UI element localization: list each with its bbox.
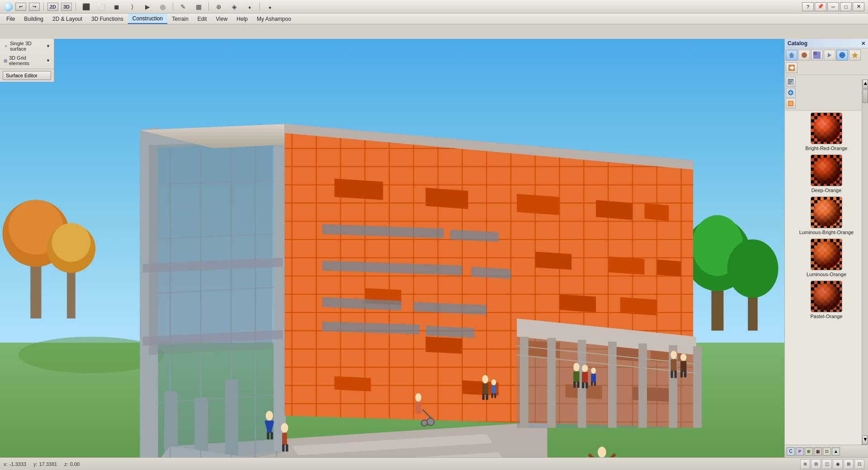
catalog-title: Catalog xyxy=(788,40,807,47)
toolbar-icon-12[interactable]: ⬥ xyxy=(264,1,276,13)
catalog-status-bar: C P ⊞ ▦ ⊡ ▲ xyxy=(785,445,868,457)
catalog-scrollbar[interactable]: ▲ ▼ xyxy=(862,80,868,445)
toolbar-icon-1[interactable]: ⬛ xyxy=(80,1,92,13)
svg-rect-105 xyxy=(415,402,421,414)
svg-marker-151 xyxy=(828,53,831,57)
maximize-button[interactable]: □ xyxy=(840,2,852,11)
catalog-filter-3[interactable] xyxy=(786,99,796,108)
menu-3d-functions[interactable]: 3D Functions xyxy=(87,14,128,24)
status-expand-icon[interactable]: ⊡ xyxy=(854,459,864,469)
svg-point-107 xyxy=(427,418,434,425)
toolbar-icon-10[interactable]: ◈ xyxy=(228,1,241,13)
y-value: 17.3381 xyxy=(39,461,57,467)
catalog-expand-button[interactable]: ▲ xyxy=(832,447,840,456)
svg-point-108 xyxy=(421,420,427,426)
svg-marker-62 xyxy=(657,259,681,277)
svg-rect-126 xyxy=(591,374,596,382)
toolbar-icon-6[interactable]: ◎ xyxy=(156,1,169,13)
svg-rect-136 xyxy=(684,371,686,377)
svg-point-109 xyxy=(482,375,488,384)
catalog-tb-house[interactable] xyxy=(786,50,797,61)
pin-button[interactable]: 📌 xyxy=(815,2,826,11)
catalog-tb-texture[interactable] xyxy=(811,50,823,61)
toolbar-icon-8[interactable]: ▦ xyxy=(192,1,205,13)
plus-icon: ＋ xyxy=(4,43,8,49)
catalog-close-icon[interactable]: ✕ xyxy=(861,41,865,47)
svg-rect-103 xyxy=(286,444,288,451)
catalog-tb-back-icon[interactable] xyxy=(786,62,797,73)
toolbar-icon-7[interactable]: ✎ xyxy=(177,1,189,13)
status-snap-icon[interactable]: ⊕ xyxy=(800,459,810,469)
scroll-up-button[interactable]: ▲ xyxy=(863,80,868,89)
menu-view[interactable]: View xyxy=(212,14,232,24)
menu-file[interactable]: File xyxy=(2,14,19,24)
window-controls: ? 📌 ─ □ ✕ xyxy=(802,2,864,11)
menu-terrain[interactable]: Terrain xyxy=(167,14,193,24)
single-3d-surface[interactable]: ＋ Single 3D surface ▼ xyxy=(0,39,54,53)
toolbar-icon-9[interactable]: ⊕ xyxy=(212,1,225,13)
svg-rect-118 xyxy=(573,371,579,382)
menu-edit[interactable]: Edit xyxy=(193,14,212,24)
status-layer-icon[interactable]: ◫ xyxy=(822,459,832,469)
toolbar-icon-2[interactable]: ⬜ xyxy=(95,1,108,13)
svg-marker-56 xyxy=(425,188,468,209)
close-button[interactable]: ✕ xyxy=(853,2,864,11)
toolbar-icon-5[interactable]: ▶ xyxy=(141,1,154,13)
catalog-status-icon-c[interactable]: C xyxy=(787,447,795,456)
catalog-tb-globe[interactable] xyxy=(836,50,848,61)
catalog-panel: Catalog ✕ xyxy=(784,39,868,457)
toolbar-icon-11[interactable]: ⬧ xyxy=(243,1,256,13)
svg-rect-99 xyxy=(271,432,273,439)
svg-point-171 xyxy=(813,115,840,142)
status-view-icon[interactable]: ◉ xyxy=(833,459,843,469)
scroll-down-button[interactable]: ▼ xyxy=(862,436,868,445)
scroll-thumb[interactable] xyxy=(863,89,868,103)
catalog-filter-1[interactable] xyxy=(786,77,796,87)
3d-mode-button[interactable]: 3D xyxy=(61,3,72,11)
menu-my-ashampoo[interactable]: My Ashampoo xyxy=(252,14,296,24)
catalog-status-icon-5[interactable]: ⊡ xyxy=(823,447,831,456)
catalog-item-4[interactable]: Pastel-Orange xyxy=(787,281,866,319)
toolbar-icon-4[interactable]: ⟩ xyxy=(126,1,138,13)
catalog-status-icon-p[interactable]: P xyxy=(796,447,804,456)
catalog-item-1[interactable]: Deep-Orange xyxy=(787,155,866,193)
dropdown-arrow-1: ▼ xyxy=(46,44,50,48)
help-button[interactable]: ? xyxy=(802,2,814,11)
catalog-tb-arrow-right[interactable] xyxy=(824,50,835,61)
svg-point-117 xyxy=(573,363,579,371)
status-grid-icon[interactable]: ⊞ xyxy=(811,459,821,469)
menu-help[interactable]: Help xyxy=(232,14,252,24)
svg-point-16 xyxy=(52,223,90,262)
catalog-item-2[interactable]: Luminous-Bright-Orange xyxy=(787,197,866,235)
menu-2d-layout[interactable]: 2D & Layout xyxy=(48,14,87,24)
menu-construction[interactable]: Construction xyxy=(128,14,167,24)
menu-building[interactable]: Building xyxy=(19,14,48,24)
svg-rect-115 xyxy=(491,393,493,398)
svg-marker-155 xyxy=(852,52,858,58)
undo-button[interactable]: ↩ xyxy=(15,3,26,11)
svg-rect-134 xyxy=(680,361,686,372)
catalog-filter-2[interactable] xyxy=(786,88,796,98)
status-measure-icon[interactable]: ⊠ xyxy=(844,459,854,469)
catalog-status-icon-grid[interactable]: ⊞ xyxy=(805,447,813,456)
svg-rect-124 xyxy=(585,382,588,388)
svg-point-148 xyxy=(802,52,807,58)
minimize-button[interactable]: ─ xyxy=(827,2,839,11)
svg-rect-101 xyxy=(282,433,287,445)
toolbar-icon-3[interactable]: ◼ xyxy=(110,1,123,13)
svg-rect-123 xyxy=(582,382,584,388)
catalog-status-icon-4[interactable]: ▦ xyxy=(814,447,822,456)
catalog-tb-star[interactable] xyxy=(849,50,861,61)
app-icon xyxy=(4,2,13,11)
catalog-items-list: Bright-Red-Orange xyxy=(785,111,868,457)
surface-editor-button[interactable]: Surface Editor xyxy=(3,71,51,80)
dropdown-arrow-2: ▼ xyxy=(46,58,50,63)
viewport[interactable] xyxy=(0,39,784,457)
3d-grid-elements[interactable]: ⊞ 3D Grid elements ▼ xyxy=(0,53,54,68)
catalog-label-3: Luminous-Orange xyxy=(807,272,846,277)
redo-button[interactable]: ↪ xyxy=(29,3,40,11)
catalog-tb-sphere[interactable] xyxy=(798,50,810,61)
catalog-item-0[interactable]: Bright-Red-Orange xyxy=(787,113,866,151)
2d-mode-button[interactable]: 2D xyxy=(47,3,58,11)
catalog-item-3[interactable]: Luminous-Orange xyxy=(787,239,866,277)
